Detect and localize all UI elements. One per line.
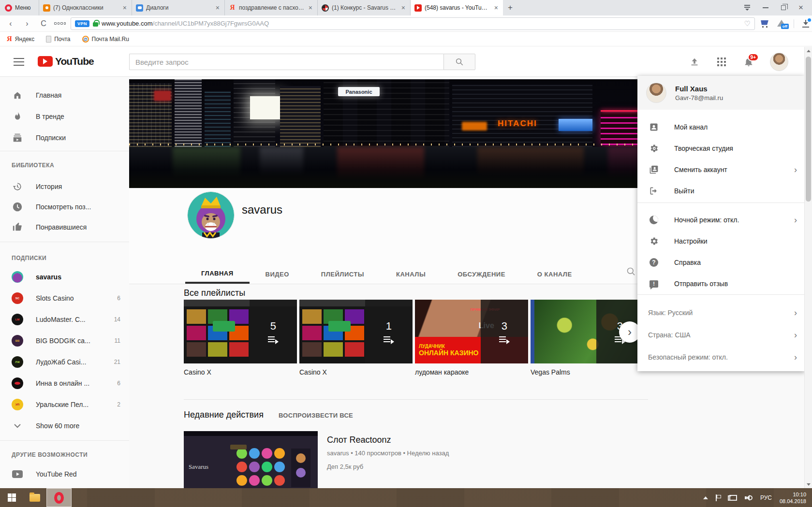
playlist-title[interactable]: Casino X [299,368,413,376]
tab-playlists[interactable]: ПЛЕЙЛИСТЫ [305,265,380,284]
back-button[interactable]: ‹ [5,18,16,29]
bookmark-pochta[interactable]: Почта [46,36,70,43]
start-button[interactable] [0,488,23,507]
playlist-thumbnail[interactable]: 1 [299,300,413,363]
speaker-icon[interactable] [745,494,753,501]
tab-close-icon[interactable]: × [122,4,128,12]
tab-close-icon[interactable]: × [215,4,221,12]
playlist-card[interactable]: 1 Casino X [299,300,413,376]
tab-close-icon[interactable]: × [493,4,499,12]
menu-item-my-channel[interactable]: Мой канал [637,116,805,138]
speed-dial-icon[interactable] [54,18,66,29]
tab-videos[interactable]: ВИДЕО [250,265,305,284]
menu-item-restricted-mode[interactable]: Безопасный режим: откл. › [637,347,805,368]
channel-avatar [12,271,23,283]
sidebar-item-liked[interactable]: Понравившиеся [0,217,129,237]
restore-button[interactable] [781,4,786,12]
reload-button[interactable]: C [38,18,49,29]
bookmark-yandex[interactable]: Я Яндекс [7,35,34,43]
tab-close-icon[interactable]: × [400,4,406,12]
menu-item-switch-account[interactable]: Сменить аккаунт › [637,159,805,180]
menu-item-language[interactable]: Язык: Русский › [637,302,805,323]
subscription-uralskie[interactable]: УП Уральские Пел... 2 [0,395,129,414]
scroll-down-arrow[interactable] [805,480,812,488]
new-tab-button[interactable]: + [503,0,517,15]
play-all-button[interactable]: ВОСПРОИЗВЕСТИ ВСЕ [279,412,353,419]
forward-button[interactable]: › [21,18,33,29]
tray-expand-icon[interactable] [703,496,708,499]
sidebar-item-home[interactable]: Главная [0,86,129,105]
tab-home[interactable]: ГЛАВНАЯ [185,265,250,284]
tab-close-icon[interactable]: × [308,4,313,12]
search-button[interactable] [443,54,475,70]
video-thumbnail[interactable]: Savarus RUB 7603 [184,431,318,488]
subscription-ludomaster[interactable]: LM LudoMaster. C... 14 [0,310,129,329]
tab-discussion[interactable]: ОБСУЖДЕНИЕ [442,265,521,284]
tab-channels[interactable]: КАНАЛЫ [380,265,442,284]
subscription-big-bodgik[interactable]: BB BIG BODGIK ca... 11 [0,331,129,350]
subscription-savarus[interactable]: savarus [0,267,129,287]
video-title[interactable]: Слот Reactoonz [327,435,391,445]
bookmark-mailru[interactable]: @ Почта Mail.Ru [82,36,129,43]
close-button[interactable]: × [798,4,803,12]
channel-avatar: ЛЖ [12,356,23,368]
menu-item-sign-out[interactable]: Выйти [637,180,805,202]
action-center-flag-icon[interactable] [716,494,722,501]
upload-icon[interactable] [689,56,700,68]
youtube-play-icon [38,56,53,67]
menu-item-feedback[interactable]: Отправить отзыв [637,273,805,294]
playlist-card[interactable]: 5 Casino X [184,300,297,376]
url-field[interactable]: VPN www.youtube.com/channel/UC1bPM7yx88G… [71,17,755,30]
help-icon [648,258,660,267]
sidebar-item-watch-later[interactable]: Посмотреть поз... [0,197,129,217]
cart-icon[interactable] [761,20,769,27]
notifications-bell-icon[interactable]: 9+ [743,56,754,68]
vpn-badge[interactable]: VPN [75,20,89,27]
opera-menu-button[interactable]: Меню [0,0,39,15]
bookmark-heart-icon[interactable]: ♡ [744,19,751,28]
network-icon[interactable] [729,495,737,501]
browser-tab-ok[interactable]: (7) Одноклассники × [39,0,132,15]
playlist-thumbnail[interactable]: ПРЯМОЙ ЭФИР Live лудачник онлайн казино … [415,300,528,363]
youtube-apps-icon[interactable] [716,56,727,68]
sidebar-item-history[interactable]: История [0,177,129,196]
search-input[interactable] [129,54,443,70]
sidebar-item-subscriptions[interactable]: Подписки [0,128,129,147]
hamburger-menu-icon[interactable] [14,58,24,66]
tab-about[interactable]: О КАНАЛЕ [521,265,588,284]
playlist-title[interactable]: Vegas Palms [531,368,644,376]
browser-tab-dialogs[interactable]: Диалоги × [132,0,224,15]
adblock-icon[interactable]: off [777,20,786,28]
show-more-button[interactable]: Show 60 more [0,416,129,435]
scroll-up-arrow[interactable] [805,47,812,55]
playlist-title[interactable]: Casino X [184,368,297,376]
menu-item-creator-studio[interactable]: Творческая студия [637,138,805,159]
taskbar-clock[interactable]: 10:10 08.04.2018 [780,491,806,505]
minimize-button[interactable] [763,4,768,12]
tab-menu-icon[interactable] [744,4,750,12]
playlist-card[interactable]: ПРЯМОЙ ЭФИР Live лудачник онлайн казино … [415,300,528,376]
keyboard-language[interactable]: РУС [760,494,772,501]
file-explorer-button[interactable] [23,488,46,507]
subscription-inna[interactable]: Инна в онлайн ... 6 [0,374,129,393]
menu-item-dark-mode[interactable]: Ночной режим: откл. › [637,209,805,231]
playlist-title[interactable]: лудоман караоке [415,368,528,376]
url-text[interactable]: www.youtube.com/channel/UC1bPM7yx88Gj7Fg… [102,20,741,27]
downloads-icon[interactable] [802,20,810,28]
menu-item-help[interactable]: Справка [637,252,805,273]
youtube-logo[interactable]: YouTube [38,56,94,67]
subscription-slots-casino[interactable]: SC Slots Casino 6 [0,289,129,308]
scrollbar-thumb[interactable] [806,57,811,202]
browser-tab-konkurs[interactable]: (1) Конкурс - Savarus дел × [317,0,410,15]
subscription-ludozhab[interactable]: ЛЖ ЛудоЖаб Casi... 21 [0,352,129,372]
playlist-thumbnail[interactable]: 5 [184,300,297,363]
channel-search-icon[interactable] [626,267,636,278]
opera-taskbar-button[interactable] [46,488,72,507]
menu-item-country[interactable]: Страна: США › [637,324,805,346]
browser-tab-youtube-active[interactable]: (548) savarus - YouTube - × [410,0,503,15]
sidebar-item-youtube-red[interactable]: YouTube Red [0,464,129,484]
account-avatar-button[interactable] [770,53,788,71]
sidebar-item-trending[interactable]: В тренде [0,107,129,126]
menu-item-settings[interactable]: Настройки [637,231,805,252]
browser-tab-yandex[interactable]: Я поздравление с пасхой х × [224,0,317,15]
